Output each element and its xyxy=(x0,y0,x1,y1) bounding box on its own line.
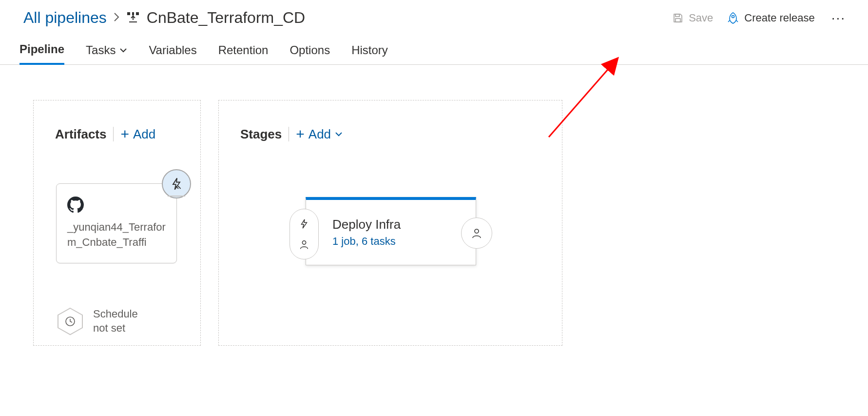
stage-jobs-link[interactable]: 1 job, 6 tasks xyxy=(332,235,476,248)
stages-panel: Stages + Add Deploy Infra 1 job, 6 tasks xyxy=(218,100,562,346)
person-icon xyxy=(471,227,482,239)
create-release-button[interactable]: Create release xyxy=(727,12,814,24)
stage-card[interactable]: Deploy Infra 1 job, 6 tasks xyxy=(306,197,476,265)
artifacts-panel-header: Artifacts + Add xyxy=(34,100,200,142)
svg-rect-0 xyxy=(127,12,130,15)
divider xyxy=(289,127,289,141)
connector-line xyxy=(168,196,185,197)
tab-tasks[interactable]: Tasks xyxy=(86,42,127,64)
pipeline-type-icon xyxy=(126,11,140,25)
svg-rect-3 xyxy=(675,14,679,17)
header-bar: All pipelines CnBate_Terraform_CD Save xyxy=(0,0,868,27)
lightning-icon xyxy=(299,218,309,229)
breadcrumb-separator xyxy=(114,11,119,25)
schedule-button[interactable] xyxy=(56,307,84,336)
chevron-down-icon xyxy=(119,48,127,53)
tab-retention[interactable]: Retention xyxy=(218,42,269,64)
post-deploy-conditions-button[interactable] xyxy=(461,218,492,249)
pipeline-canvas: Artifacts + Add _yunqian44_Terraform_Cnb… xyxy=(0,65,868,346)
tab-tasks-label: Tasks xyxy=(86,43,116,57)
svg-point-5 xyxy=(732,15,734,18)
stages-title: Stages xyxy=(240,127,282,142)
stage-name: Deploy Infra xyxy=(332,217,476,232)
artifacts-title: Artifacts xyxy=(55,127,106,142)
svg-rect-1 xyxy=(132,12,134,15)
svg-rect-4 xyxy=(675,19,680,22)
schedule-line2: not set xyxy=(93,321,138,336)
lightning-icon xyxy=(170,177,183,191)
more-actions-button[interactable]: ··· xyxy=(829,10,849,26)
pipeline-title[interactable]: CnBate_Terraform_CD xyxy=(147,9,305,27)
svg-point-8 xyxy=(302,240,306,244)
rocket-icon xyxy=(727,12,739,24)
svg-rect-2 xyxy=(136,12,139,15)
tab-history[interactable]: History xyxy=(351,42,388,64)
breadcrumb-parent-link[interactable]: All pipelines xyxy=(23,9,107,27)
artifact-card[interactable]: _yunqian44_Terraform_Cnbate_Traffi xyxy=(56,183,177,263)
person-icon xyxy=(299,239,309,250)
tab-options[interactable]: Options xyxy=(289,42,330,64)
tabs-bar: Pipeline Tasks Variables Retention Optio… xyxy=(0,27,868,65)
artifact-name: _yunqian44_Terraform_Cnbate_Traffi xyxy=(67,220,166,250)
artifacts-panel: Artifacts + Add _yunqian44_Terraform_Cnb… xyxy=(33,100,201,346)
save-label: Save xyxy=(689,12,713,24)
add-artifact-label: Add xyxy=(133,127,155,142)
github-icon xyxy=(67,197,84,213)
add-stage-label: Add xyxy=(309,127,331,142)
chevron-down-icon xyxy=(335,132,343,137)
svg-point-9 xyxy=(475,229,479,233)
artifact-trigger-button[interactable] xyxy=(162,169,191,198)
create-release-label: Create release xyxy=(744,12,814,24)
schedule-text: Schedule not set xyxy=(93,307,138,335)
clock-icon xyxy=(64,316,76,327)
add-stage-button[interactable]: + Add xyxy=(296,126,343,142)
header-actions: Save Create release ··· xyxy=(672,10,849,26)
pre-deploy-conditions-button[interactable] xyxy=(289,209,319,259)
breadcrumb: All pipelines CnBate_Terraform_CD xyxy=(23,9,305,27)
plus-icon: + xyxy=(120,126,129,142)
more-icon: ··· xyxy=(831,10,846,26)
schedule-line1: Schedule xyxy=(93,307,138,321)
save-icon xyxy=(672,12,684,24)
divider xyxy=(113,127,114,141)
tab-variables[interactable]: Variables xyxy=(149,42,196,64)
save-button: Save xyxy=(672,12,713,24)
tab-pipeline[interactable]: Pipeline xyxy=(19,42,64,65)
schedule-row: Schedule not set xyxy=(56,307,138,336)
plus-icon: + xyxy=(296,126,305,142)
stages-panel-header: Stages + Add xyxy=(219,100,562,142)
add-artifact-button[interactable]: + Add xyxy=(120,126,155,142)
